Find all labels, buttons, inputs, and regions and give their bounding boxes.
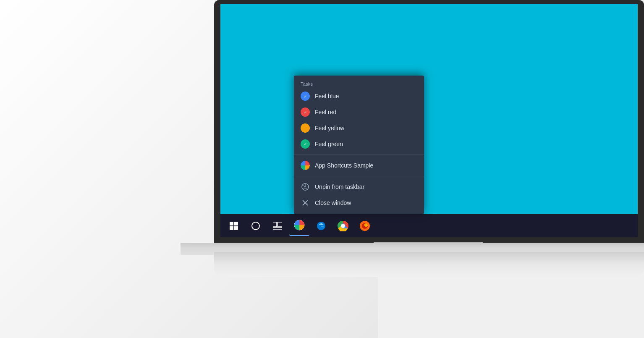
feel-blue-label: Feel blue xyxy=(315,93,339,100)
firefox-icon xyxy=(359,220,370,231)
firefox-taskbar-button[interactable] xyxy=(355,216,375,236)
jump-list-item-feel-blue[interactable]: ✓ Feel blue xyxy=(294,88,424,104)
svg-rect-3 xyxy=(234,226,238,230)
jump-list-divider-2 xyxy=(294,176,424,176)
jump-list-item-feel-red[interactable]: ✓ Feel red xyxy=(294,104,424,120)
taskview-button[interactable] xyxy=(267,216,288,236)
unpin-label: Unpin from taskbar xyxy=(315,183,364,190)
jump-list-item-feel-yellow[interactable]: Feel yellow xyxy=(294,120,424,136)
jump-list-divider-1 xyxy=(294,155,424,155)
feel-red-icon: ✓ xyxy=(301,107,310,117)
feel-red-label: Feel red xyxy=(315,109,336,115)
feel-blue-icon: ✓ xyxy=(301,92,310,101)
jump-list-item-close[interactable]: Close window xyxy=(294,195,424,211)
chrome-taskbar-button[interactable] xyxy=(333,216,353,236)
taskview-icon xyxy=(273,222,282,230)
start-button[interactable] xyxy=(224,216,244,236)
laptop-computer: Tasks ✓ Feel blue ✓ Feel red xyxy=(214,0,644,338)
feel-blue-checkmark: ✓ xyxy=(304,94,307,99)
app-label: App Shortcuts Sample xyxy=(315,162,373,169)
jump-list: Tasks ✓ Feel blue ✓ Feel red xyxy=(294,76,424,214)
laptop-stand xyxy=(214,252,644,277)
app-shortcuts-icon xyxy=(294,220,305,231)
jump-list-item-feel-green[interactable]: ✓ Feel green xyxy=(294,136,424,152)
svg-rect-6 xyxy=(273,228,282,230)
feel-green-checkmark: ✓ xyxy=(304,142,307,147)
svg-rect-5 xyxy=(277,222,282,227)
taskbar xyxy=(220,214,638,237)
cortana-button[interactable] xyxy=(246,216,266,236)
screen-background xyxy=(220,4,638,214)
jump-list-section-label: Tasks xyxy=(294,79,424,88)
close-label: Close window xyxy=(315,199,351,206)
unpin-icon xyxy=(301,182,310,191)
jump-list-item-app[interactable]: App Shortcuts Sample xyxy=(294,157,424,173)
app-icon xyxy=(301,161,310,170)
svg-rect-2 xyxy=(230,226,233,230)
app-shortcuts-taskbar-button[interactable] xyxy=(289,216,309,236)
cortana-icon xyxy=(251,222,260,230)
feel-green-icon: ✓ xyxy=(301,139,310,149)
svg-rect-1 xyxy=(234,222,238,225)
edge-icon xyxy=(316,221,326,231)
svg-point-10 xyxy=(341,224,345,228)
chrome-icon xyxy=(338,220,348,231)
laptop-bezel: Tasks ✓ Feel blue ✓ Feel red xyxy=(214,0,644,244)
windows-icon xyxy=(230,222,238,230)
feel-yellow-icon xyxy=(301,123,310,133)
close-icon xyxy=(301,198,310,207)
edge-taskbar-button[interactable] xyxy=(311,216,331,236)
svg-rect-0 xyxy=(230,222,233,225)
laptop-screen: Tasks ✓ Feel blue ✓ Feel red xyxy=(220,4,638,237)
jump-list-item-unpin[interactable]: Unpin from taskbar xyxy=(294,179,424,195)
feel-green-label: Feel green xyxy=(315,141,343,147)
feel-yellow-label: Feel yellow xyxy=(315,125,344,131)
feel-red-checkmark: ✓ xyxy=(304,110,307,115)
svg-rect-4 xyxy=(273,222,277,227)
